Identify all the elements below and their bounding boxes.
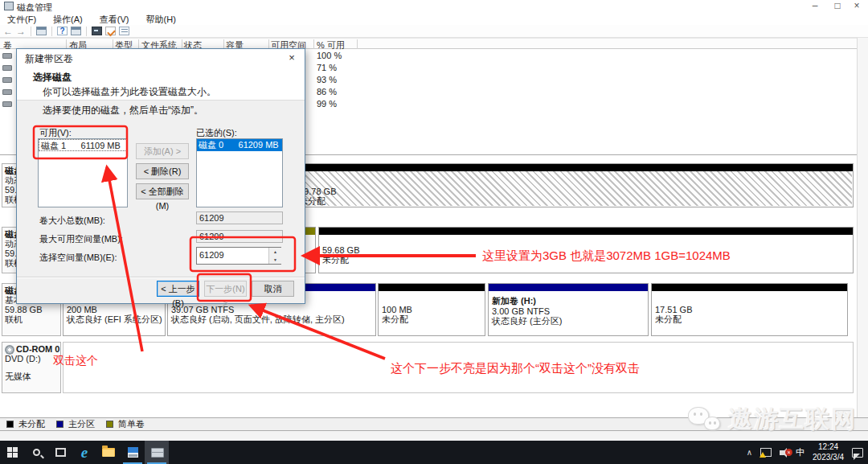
window-icon[interactable] <box>71 27 81 35</box>
select-space-spinner[interactable]: 61209 ▲ ▼ <box>196 247 281 265</box>
disk-management-taskbar-icon <box>151 448 162 458</box>
selected-disk-item[interactable]: 磁盘 0 61209 MB <box>197 139 282 151</box>
check-status-icon[interactable] <box>105 27 116 35</box>
dialog-heading: 选择磁盘 <box>33 71 72 84</box>
show-console-tree-icon[interactable] <box>36 27 47 35</box>
task-view-button[interactable] <box>48 441 72 464</box>
dialog-instruction: 选择要使用的磁盘，然后单击“添加”。 <box>43 104 203 117</box>
max-space-field: 61209 <box>196 230 283 243</box>
toolbar: ← → ? <box>0 25 868 38</box>
partition-bar <box>489 284 648 291</box>
available-label: 可用(V): <box>39 127 72 139</box>
taskbar-disk-management[interactable] <box>145 441 169 464</box>
back-icon[interactable]: ← <box>3 27 13 36</box>
next-step-button[interactable]: 下一步(N) > <box>204 281 247 297</box>
watermark: 遨游互联网 <box>688 403 857 436</box>
remove-button[interactable]: < 删除(R) <box>136 163 189 179</box>
task-view-icon <box>55 448 66 457</box>
taskbar-search[interactable] <box>24 441 48 464</box>
spinner-down-icon[interactable]: ▼ <box>269 256 281 264</box>
annotation-size-note: 这里设置为3GB 也就是3072MB 1GB=1024MB <box>482 248 731 264</box>
file-explorer-icon <box>102 448 115 457</box>
forward-icon[interactable]: → <box>16 27 26 36</box>
back-step-button[interactable]: < 上一步(B) <box>157 281 199 297</box>
legend-primary-swatch <box>56 421 63 428</box>
selected-label: 已选的(S): <box>196 127 237 139</box>
unallocated-bar <box>319 228 853 235</box>
volume-icon <box>2 89 12 95</box>
menu-help[interactable]: 帮助(H) <box>139 13 183 26</box>
volume-icon <box>2 77 12 83</box>
clock-time: 12:24 <box>813 442 844 453</box>
remove-all-button[interactable]: < 全部删除(M) <box>136 183 189 199</box>
window-title: 磁盘管理 <box>17 2 52 14</box>
taskbar-clock[interactable]: 12:24 2023/3/4 <box>813 442 844 462</box>
volume-table-header: 卷 布局 类型 文件系统 状态 容量 可用空间 % 可用 <box>0 38 868 49</box>
system-tray: ∧ 中 12:24 2023/3/4 <box>747 442 868 462</box>
ime-indicator[interactable]: 中 <box>796 446 805 458</box>
dialog-close-icon[interactable]: × <box>279 49 305 66</box>
menu-action[interactable]: 操作(A) <box>46 13 90 26</box>
wechat-icon <box>688 405 722 434</box>
tray-chevron-icon[interactable]: ∧ <box>747 448 752 457</box>
total-size-field: 61209 <box>196 211 283 224</box>
menu-file[interactable]: 文件(F) <box>0 13 43 26</box>
menu-view[interactable]: 查看(V) <box>92 13 137 26</box>
watermark-text: 遨游互联网 <box>728 403 857 436</box>
console-icon[interactable] <box>92 27 102 35</box>
new-striped-volume-dialog: 新建带区卷 × 选择磁盘 你可以选择磁盘并为此卷设置磁盘大小。 选择要使用的磁盘… <box>16 48 305 304</box>
list-view-icon[interactable] <box>119 27 129 35</box>
dialog-titlebar: 新建带区卷 × <box>17 49 305 67</box>
dialog-divider <box>17 277 305 277</box>
select-space-label: 选择空间量(MB)(E): <box>39 252 117 264</box>
cdrom-panel: CD-ROM 0 DVD (D:) 无媒体 <box>2 342 61 393</box>
window-titlebar: 磁盘管理 – □ × <box>0 0 868 13</box>
annotation-next-note: 这个下一步不亮是因为那个“双击这个”没有双击 <box>391 361 640 376</box>
spinner-up-icon[interactable]: ▲ <box>269 248 281 256</box>
toolbar-separator <box>86 27 87 36</box>
select-space-value[interactable]: 61209 <box>199 250 224 260</box>
legend-simple-swatch <box>106 421 113 428</box>
volume-icon <box>2 65 12 71</box>
start-button[interactable] <box>0 441 24 464</box>
dialog-subheading: 你可以选择磁盘并为此卷设置磁盘大小。 <box>43 85 216 99</box>
disk2-new-volume-h[interactable]: 新加卷 (H:) 3.00 GB NTFS 状态良好 (主分区) <box>488 283 649 336</box>
disk-management-icon <box>4 2 14 10</box>
cancel-button[interactable]: 取消 <box>252 281 294 297</box>
taskbar-ie[interactable]: e <box>72 441 96 464</box>
disk-management-window: 磁盘管理 – □ × 文件(F) 操作(A) 查看(V) 帮助(H) ← → ?… <box>0 0 868 464</box>
volume-muted-icon[interactable] <box>780 450 784 455</box>
disk-tool-icon <box>128 447 138 458</box>
total-size-label: 卷大小总数(MB): <box>39 215 105 227</box>
clock-date: 2023/3/4 <box>813 453 844 463</box>
taskbar-explorer[interactable] <box>96 441 121 464</box>
volume-icon <box>2 101 12 107</box>
action-center-icon[interactable] <box>852 448 863 458</box>
minimize-button[interactable]: – <box>804 0 826 12</box>
available-disk-item[interactable]: 磁盘 1 61109 MB <box>39 139 127 151</box>
internet-explorer-icon: e <box>81 445 88 460</box>
disk2-unallocated-100mb[interactable]: 100 MB 未分配 <box>378 283 485 336</box>
taskbar: e ∧ 中 12:24 2023/3/4 <box>0 441 868 464</box>
selected-disks-list[interactable]: 磁盘 0 61209 MB <box>196 138 283 207</box>
network-warning-icon[interactable] <box>760 448 772 457</box>
annotation-double-click: 双击这个 <box>53 354 98 368</box>
windows-start-icon <box>7 447 18 458</box>
close-button[interactable]: × <box>845 0 868 12</box>
dialog-title: 新建带区卷 <box>25 52 73 66</box>
toolbar-separator <box>31 27 31 36</box>
unallocated-bar <box>379 284 485 291</box>
taskbar-disk-tool[interactable] <box>121 441 145 464</box>
legend-unallocated-swatch <box>6 421 14 428</box>
volume-icon <box>2 53 12 59</box>
dialog-header: 选择磁盘 你可以选择磁盘并为此卷设置磁盘大小。 <box>17 67 305 101</box>
add-button[interactable]: 添加(A) > <box>136 143 189 159</box>
cd-icon <box>5 345 14 355</box>
toolbar-separator <box>51 27 52 36</box>
unallocated-bar <box>652 284 847 291</box>
available-disks-list[interactable]: 磁盘 1 61109 MB <box>38 138 128 207</box>
help-icon[interactable]: ? <box>57 27 68 35</box>
disk2-unallocated-tail[interactable]: 17.51 GB 未分配 <box>651 283 848 336</box>
search-icon <box>33 449 40 456</box>
scrollbar[interactable] <box>857 38 868 417</box>
